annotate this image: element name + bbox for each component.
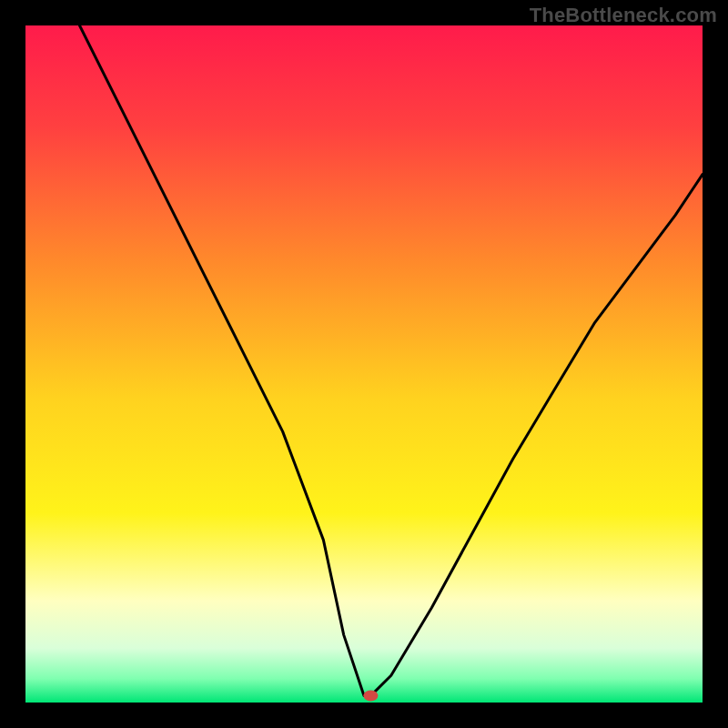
watermark-text: TheBottleneck.com bbox=[530, 4, 717, 27]
plot-background bbox=[25, 25, 703, 703]
chart-frame: TheBottleneck.com bbox=[0, 0, 728, 728]
optimum-marker bbox=[363, 691, 378, 702]
plot-area bbox=[25, 25, 703, 703]
chart-svg bbox=[25, 25, 703, 703]
